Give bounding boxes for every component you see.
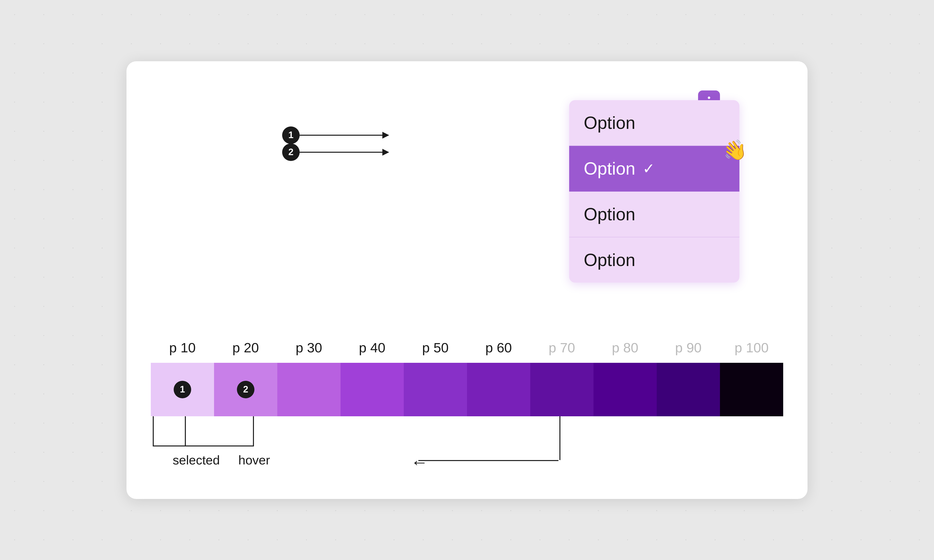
annotation-arrow-left-icon: ← [411, 453, 428, 471]
badge-1: 1 [282, 126, 300, 144]
swatch-5 [404, 363, 467, 416]
scale-label-p80: p 80 [594, 340, 657, 355]
annotation-vline-1 [185, 416, 186, 445]
menu-item-1-label: Option [584, 113, 635, 133]
arrow-1-head [382, 132, 389, 138]
badge-2-container: 2 [282, 143, 389, 161]
badge-2: 2 [282, 143, 300, 161]
arrow-1-line [300, 135, 382, 136]
dropdown-menu: Option Option ✓ Option Option [569, 100, 739, 283]
swatch-1: 1 [151, 363, 214, 416]
scale-label-p60: p 60 [467, 340, 530, 355]
main-card: Option Option ✓ Option Option 1 [126, 61, 808, 499]
swatch-3 [277, 363, 340, 416]
menu-item-3[interactable]: Option [569, 192, 739, 237]
menu-item-2[interactable]: Option ✓ [569, 146, 739, 192]
menu-item-3-label: Option [584, 204, 635, 224]
annotation-hline-bracket [153, 445, 254, 446]
scale-label-p40: p 40 [340, 340, 404, 355]
bar-badge-1: 1 [174, 381, 191, 398]
scale-label-p50: p 50 [404, 340, 467, 355]
swatch-6 [467, 363, 530, 416]
badge-1-container: 1 [282, 126, 389, 144]
color-bar: 1 2 [151, 363, 783, 416]
menu-item-2-label: Option [584, 158, 635, 178]
annotation-selected-label: selected [173, 453, 220, 467]
swatch-10 [720, 363, 783, 416]
swatch-7 [530, 363, 594, 416]
bar-badge-2: 2 [237, 381, 254, 398]
swatch-9 [657, 363, 720, 416]
dot-1 [708, 97, 710, 99]
scale-labels-row: p 10 p 20 p 30 p 40 p 50 p 60 p 70 p 80 … [151, 340, 783, 355]
menu-item-4-label: Option [584, 250, 635, 270]
annotation-arrow-line [419, 460, 559, 461]
arrow-2-line [300, 152, 382, 153]
swatch-4 [340, 363, 404, 416]
scale-label-p100: p 100 [720, 340, 783, 355]
scale-label-p20: p 20 [214, 340, 277, 355]
annotation-vline-divider [559, 416, 560, 460]
annotation-vline-2 [253, 416, 254, 445]
swatch-2: 2 [214, 363, 277, 416]
swatch-8 [594, 363, 657, 416]
annotation-hover-label: hover [239, 453, 270, 467]
scale-label-p70: p 70 [530, 340, 594, 355]
annotations-container: selected hover ← [151, 416, 783, 480]
annotation-bracket-left-v [153, 416, 154, 446]
menu-item-1[interactable]: Option [569, 100, 739, 146]
upper-section: Option Option ✓ Option Option 1 [151, 81, 783, 340]
scale-label-p30: p 30 [277, 340, 340, 355]
scale-label-p10: p 10 [151, 340, 214, 355]
checkmark-icon: ✓ [643, 160, 655, 177]
arrow-2-head [382, 149, 389, 155]
scale-label-p90: p 90 [657, 340, 720, 355]
menu-item-4[interactable]: Option [569, 237, 739, 283]
